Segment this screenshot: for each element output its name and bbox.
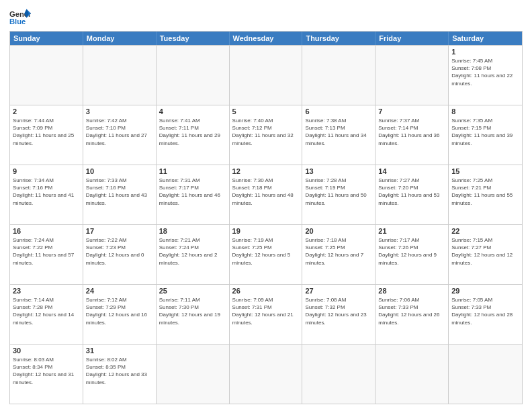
day-number: 6	[305, 107, 372, 116]
day-info: Sunrise: 7:37 AM Sunset: 7:14 PM Dayligh…	[378, 117, 445, 147]
calendar-cell: 28Sunrise: 7:06 AM Sunset: 7:33 PM Dayli…	[375, 285, 449, 344]
day-number: 26	[232, 287, 300, 295]
header-day-tuesday: Tuesday	[157, 32, 230, 45]
day-info: Sunrise: 7:38 AM Sunset: 7:13 PM Dayligh…	[305, 117, 372, 147]
day-number: 15	[451, 167, 519, 175]
day-number: 30	[13, 347, 80, 355]
calendar-cell: 16Sunrise: 7:24 AM Sunset: 7:22 PM Dayli…	[10, 225, 83, 284]
day-number: 16	[13, 227, 80, 235]
calendar-cell	[10, 46, 83, 105]
calendar-body: 1Sunrise: 7:45 AM Sunset: 7:08 PM Daylig…	[10, 45, 522, 404]
day-number: 5	[232, 107, 300, 116]
day-info: Sunrise: 7:25 AM Sunset: 7:21 PM Dayligh…	[451, 177, 519, 207]
calendar-cell: 1Sunrise: 7:45 AM Sunset: 7:08 PM Daylig…	[449, 46, 522, 105]
calendar-cell: 4Sunrise: 7:41 AM Sunset: 7:11 PM Daylig…	[157, 105, 230, 165]
calendar-cell: 29Sunrise: 7:05 AM Sunset: 7:33 PM Dayli…	[449, 285, 522, 344]
calendar-cell: 31Sunrise: 8:02 AM Sunset: 8:35 PM Dayli…	[83, 345, 157, 404]
day-info: Sunrise: 7:40 AM Sunset: 7:12 PM Dayligh…	[232, 117, 300, 147]
calendar-cell: 3Sunrise: 7:42 AM Sunset: 7:10 PM Daylig…	[83, 105, 157, 165]
calendar-cell: 8Sunrise: 7:35 AM Sunset: 7:15 PM Daylig…	[449, 105, 522, 165]
calendar-cell: 10Sunrise: 7:33 AM Sunset: 7:16 PM Dayli…	[83, 165, 157, 224]
calendar-cell: 20Sunrise: 7:18 AM Sunset: 7:25 PM Dayli…	[302, 225, 375, 284]
calendar-row-3: 16Sunrise: 7:24 AM Sunset: 7:22 PM Dayli…	[10, 224, 522, 284]
day-info: Sunrise: 7:44 AM Sunset: 7:09 PM Dayligh…	[13, 117, 80, 147]
calendar-cell: 25Sunrise: 7:11 AM Sunset: 7:30 PM Dayli…	[157, 285, 230, 344]
day-number: 28	[378, 287, 445, 295]
header-day-thursday: Thursday	[302, 32, 375, 45]
calendar-cell: 17Sunrise: 7:22 AM Sunset: 7:23 PM Dayli…	[83, 225, 157, 284]
calendar-cell	[375, 46, 449, 105]
calendar-cell	[83, 46, 157, 105]
calendar-cell: 6Sunrise: 7:38 AM Sunset: 7:13 PM Daylig…	[302, 105, 375, 165]
day-info: Sunrise: 7:27 AM Sunset: 7:20 PM Dayligh…	[378, 177, 445, 207]
day-info: Sunrise: 7:33 AM Sunset: 7:16 PM Dayligh…	[86, 177, 153, 207]
calendar-cell: 27Sunrise: 7:08 AM Sunset: 7:32 PM Dayli…	[302, 285, 375, 344]
header-day-wednesday: Wednesday	[230, 32, 303, 45]
calendar-cell: 19Sunrise: 7:19 AM Sunset: 7:25 PM Dayli…	[230, 225, 303, 284]
day-info: Sunrise: 7:15 AM Sunset: 7:27 PM Dayligh…	[451, 236, 519, 267]
day-info: Sunrise: 8:02 AM Sunset: 8:35 PM Dayligh…	[86, 356, 153, 386]
calendar: SundayMondayTuesdayWednesdayThursdayFrid…	[9, 31, 523, 404]
day-number: 7	[378, 107, 445, 116]
logo: General Blue	[9, 8, 31, 27]
day-number: 8	[451, 107, 519, 116]
calendar-cell	[230, 46, 303, 105]
day-info: Sunrise: 7:42 AM Sunset: 7:10 PM Dayligh…	[86, 117, 153, 147]
day-number: 18	[159, 227, 226, 235]
svg-text:Blue: Blue	[9, 17, 26, 26]
calendar-cell: 14Sunrise: 7:27 AM Sunset: 7:20 PM Dayli…	[375, 165, 449, 224]
calendar-header: SundayMondayTuesdayWednesdayThursdayFrid…	[10, 32, 522, 45]
day-number: 11	[159, 167, 226, 175]
calendar-cell: 23Sunrise: 7:14 AM Sunset: 7:28 PM Dayli…	[10, 285, 83, 344]
day-info: Sunrise: 7:06 AM Sunset: 7:33 PM Dayligh…	[378, 296, 445, 326]
calendar-cell	[157, 46, 230, 105]
day-number: 10	[86, 167, 153, 175]
day-info: Sunrise: 8:03 AM Sunset: 8:34 PM Dayligh…	[13, 356, 80, 386]
day-info: Sunrise: 7:19 AM Sunset: 7:25 PM Dayligh…	[232, 236, 300, 267]
calendar-cell: 26Sunrise: 7:09 AM Sunset: 7:31 PM Dayli…	[230, 285, 303, 344]
calendar-row-4: 23Sunrise: 7:14 AM Sunset: 7:28 PM Dayli…	[10, 284, 522, 344]
day-number: 25	[159, 287, 226, 295]
calendar-cell	[449, 345, 522, 404]
calendar-cell: 9Sunrise: 7:34 AM Sunset: 7:16 PM Daylig…	[10, 165, 83, 224]
day-info: Sunrise: 7:21 AM Sunset: 7:24 PM Dayligh…	[159, 236, 226, 267]
page: General Blue SundayMondayTuesdayWednesda…	[0, 0, 532, 411]
calendar-cell	[375, 345, 449, 404]
day-number: 23	[13, 287, 80, 295]
day-number: 4	[159, 107, 226, 116]
calendar-row-2: 9Sunrise: 7:34 AM Sunset: 7:16 PM Daylig…	[10, 165, 522, 224]
day-number: 19	[232, 227, 300, 235]
calendar-cell	[302, 345, 375, 404]
day-number: 21	[378, 227, 445, 235]
calendar-cell	[230, 345, 303, 404]
calendar-row-5: 30Sunrise: 8:03 AM Sunset: 8:34 PM Dayli…	[10, 344, 522, 404]
day-info: Sunrise: 7:12 AM Sunset: 7:29 PM Dayligh…	[86, 296, 153, 326]
header-day-monday: Monday	[83, 32, 157, 45]
calendar-row-0: 1Sunrise: 7:45 AM Sunset: 7:08 PM Daylig…	[10, 45, 522, 105]
calendar-cell: 21Sunrise: 7:17 AM Sunset: 7:26 PM Dayli…	[375, 225, 449, 284]
day-info: Sunrise: 7:08 AM Sunset: 7:32 PM Dayligh…	[305, 296, 372, 326]
day-info: Sunrise: 7:11 AM Sunset: 7:30 PM Dayligh…	[159, 296, 226, 326]
day-number: 22	[451, 227, 519, 235]
day-info: Sunrise: 7:34 AM Sunset: 7:16 PM Dayligh…	[13, 177, 80, 207]
day-number: 13	[305, 167, 372, 175]
calendar-cell: 15Sunrise: 7:25 AM Sunset: 7:21 PM Dayli…	[449, 165, 522, 224]
day-info: Sunrise: 7:41 AM Sunset: 7:11 PM Dayligh…	[159, 117, 226, 147]
calendar-cell: 11Sunrise: 7:31 AM Sunset: 7:17 PM Dayli…	[157, 165, 230, 224]
calendar-cell	[157, 345, 230, 404]
day-number: 14	[378, 167, 445, 175]
day-number: 20	[305, 227, 372, 235]
day-info: Sunrise: 7:17 AM Sunset: 7:26 PM Dayligh…	[378, 236, 445, 267]
header: General Blue	[9, 8, 523, 27]
day-info: Sunrise: 7:35 AM Sunset: 7:15 PM Dayligh…	[451, 117, 519, 147]
day-info: Sunrise: 7:05 AM Sunset: 7:33 PM Dayligh…	[451, 296, 519, 326]
day-number: 29	[451, 287, 519, 295]
day-info: Sunrise: 7:22 AM Sunset: 7:23 PM Dayligh…	[86, 236, 153, 267]
calendar-cell: 12Sunrise: 7:30 AM Sunset: 7:18 PM Dayli…	[230, 165, 303, 224]
calendar-cell: 2Sunrise: 7:44 AM Sunset: 7:09 PM Daylig…	[10, 105, 83, 165]
day-info: Sunrise: 7:18 AM Sunset: 7:25 PM Dayligh…	[305, 236, 372, 267]
header-day-sunday: Sunday	[10, 32, 83, 45]
day-info: Sunrise: 7:45 AM Sunset: 7:08 PM Dayligh…	[451, 57, 519, 87]
day-info: Sunrise: 7:30 AM Sunset: 7:18 PM Dayligh…	[232, 177, 300, 207]
generalblue-logo-icon: General Blue	[9, 8, 31, 27]
